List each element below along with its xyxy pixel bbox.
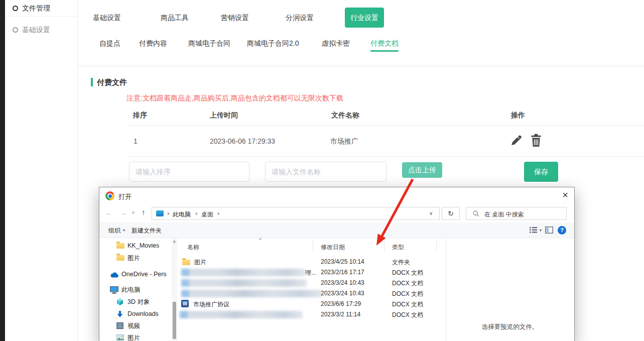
file-col-name[interactable]: 名称 [187, 243, 199, 252]
chrome-icon [105, 191, 114, 200]
forward-icon[interactable]: → [119, 208, 127, 217]
nav-item-pictures[interactable]: 图片 [116, 334, 140, 341]
cell-sort: 1 [134, 137, 138, 145]
tab-pickup-point[interactable]: 自提点 [99, 39, 120, 48]
folder-icon [116, 243, 124, 249]
nav-item-onedrive[interactable]: OneDrive - Pers [110, 271, 167, 278]
file-row-market-promotion[interactable]: W 市场推广协议 2023/6/6 17:29 DOCX 文档 [177, 299, 443, 310]
redacted-file-name [181, 269, 305, 276]
new-folder-button[interactable]: 新建文件夹 [132, 226, 162, 235]
col-header-upload-time: 上传时间 [210, 111, 238, 120]
table-divider [126, 156, 644, 157]
sidebar-divider [5, 16, 78, 17]
upload-button[interactable]: 点击上传 [402, 162, 442, 178]
search-box[interactable]: 在 桌面 中搜索 [466, 207, 567, 220]
cell-file-name: 市场推广 [330, 137, 358, 146]
file-type: DOCX 文档 [392, 269, 423, 277]
nav-item-3d-objects[interactable]: 3D 对象 [116, 298, 150, 306]
view-mode-icon[interactable] [530, 226, 537, 234]
organize-caret-icon: ▾ [123, 228, 125, 233]
help-icon[interactable]: ? [558, 226, 566, 235]
sidebar-item-basic-settings[interactable]: 基础设置 [5, 26, 78, 41]
file-open-dialog: 打开 × ← → ∨ ↑ › 此电脑 › 桌面 › ∨ ↻ 在 桌面 中搜索 组… [99, 187, 575, 341]
file-row[interactable]: 2023/3/24 10:43 DOCX 文档 [177, 278, 443, 289]
file-row[interactable]: 图片 2023/4/25 10:14 文件夹 [177, 257, 443, 268]
file-col-date[interactable]: 修改日期 [321, 243, 345, 252]
sort-input[interactable] [129, 162, 249, 182]
sort-ascending-icon: ^ [259, 238, 262, 243]
column-separator [384, 240, 384, 252]
file-row[interactable]: 2023/3/24 10:43 DOCX 文档 [177, 289, 443, 299]
file-row[interactable]: 理... 2023/2/16 17:17 DOCX 文档 [177, 268, 443, 278]
tab-paid-content[interactable]: 付费内容 [139, 39, 167, 48]
refresh-icon[interactable]: ↻ [442, 207, 460, 220]
col-header-actions: 操作 [511, 111, 525, 120]
radio-icon [13, 27, 18, 33]
file-name: 市场推广协议 [193, 300, 229, 309]
file-type: DOCX 文档 [392, 279, 423, 288]
section-accent-bar [91, 78, 93, 86]
close-icon[interactable]: × [557, 188, 573, 202]
table-divider [126, 125, 644, 126]
column-separator [436, 240, 437, 252]
tab-product-tools[interactable]: 商品工具 [161, 14, 189, 23]
nav-item-downloads[interactable]: Downloads [116, 310, 159, 317]
downloads-icon [117, 311, 123, 318]
sidebar-item-label: 基础设置 [22, 26, 50, 35]
col-header-sort: 排序 [133, 111, 147, 120]
back-icon[interactable]: ← [105, 208, 113, 217]
address-dropdown-icon[interactable]: ∨ [429, 210, 433, 216]
file-name: 图片 [194, 258, 206, 267]
tab-marketing-settings[interactable]: 营销设置 [221, 14, 249, 23]
nav-item-pictures-folder[interactable]: 图片 [116, 254, 140, 263]
recent-locations-icon[interactable]: ∨ [132, 210, 135, 215]
nav-item-label: 图片 [127, 334, 140, 341]
tab-industry-settings-active[interactable]: 行业设置 [345, 8, 384, 28]
tab-basic-settings[interactable]: 基础设置 [93, 14, 121, 23]
tab-paid-docs-active[interactable]: 付费文档 [370, 39, 399, 48]
3d-objects-icon [116, 298, 123, 305]
file-row[interactable]: 2023/3/2 11:14 DOCX 文档 [177, 310, 443, 320]
notice-text: 注意:文档跟着商品走,商品购买后,商品包含的文档都可以无限次数下载 [126, 94, 343, 103]
file-name-input[interactable] [265, 162, 387, 182]
breadcrumb-desktop[interactable]: 桌面 [201, 210, 213, 219]
tab-mall-econtract[interactable]: 商城电子合同 [188, 39, 230, 48]
active-tab-underline [370, 50, 399, 52]
scroll-up-icon[interactable]: ∧ [173, 239, 176, 244]
save-button[interactable]: 保存 [524, 162, 558, 182]
address-bar[interactable]: › 此电脑 › 桌面 › ∨ [152, 207, 440, 220]
this-pc-icon [156, 210, 164, 216]
delete-icon[interactable] [530, 134, 542, 148]
nav-item-label: 图片 [127, 255, 140, 262]
breadcrumb-separator: › [167, 209, 169, 217]
dialog-title: 打开 [118, 192, 132, 201]
nav-item-label: 3D 对象 [127, 298, 150, 305]
app-sidebar: 文件管理 基础设置 [5, 0, 78, 341]
nav-item-kk-movies[interactable]: KK_Movies [116, 242, 159, 249]
breadcrumb-this-pc[interactable]: 此电脑 [173, 210, 191, 219]
nav-item-label: 此电脑 [121, 286, 141, 293]
nav-item-label: 视频 [127, 322, 140, 329]
nav-item-label: KK_Movies [127, 242, 159, 249]
file-date: 2023/2/16 17:17 [321, 269, 364, 276]
pictures-icon [116, 334, 124, 340]
videos-icon [116, 322, 123, 329]
sidebar-item-file-management[interactable]: 文件管理 [5, 4, 78, 19]
file-col-type[interactable]: 类型 [392, 243, 404, 252]
window-edge [0, 0, 5, 341]
search-placeholder: 在 桌面 中搜索 [484, 210, 524, 219]
edit-icon[interactable] [510, 134, 522, 147]
breadcrumb-separator: › [217, 209, 219, 217]
nav-item-this-pc[interactable]: 此电脑 [110, 286, 141, 294]
sidebar-item-label: 文件管理 [22, 4, 50, 13]
preview-pane-icon[interactable] [545, 226, 553, 234]
tab-mall-econtract-2[interactable]: 商城电子合同2.0 [247, 39, 299, 48]
view-mode-caret-icon[interactable]: ▾ [540, 228, 542, 233]
nav-item-videos[interactable]: 视频 [116, 322, 140, 330]
nav-item-label: OneDrive - Pers [121, 271, 167, 278]
tab-virtual-card[interactable]: 虚拟卡密 [322, 39, 350, 48]
up-icon[interactable]: ↑ [142, 208, 146, 216]
organize-button[interactable]: 组织 [108, 226, 120, 235]
tab-profit-settings[interactable]: 分润设置 [286, 14, 314, 23]
scrollbar-thumb[interactable] [173, 302, 176, 339]
